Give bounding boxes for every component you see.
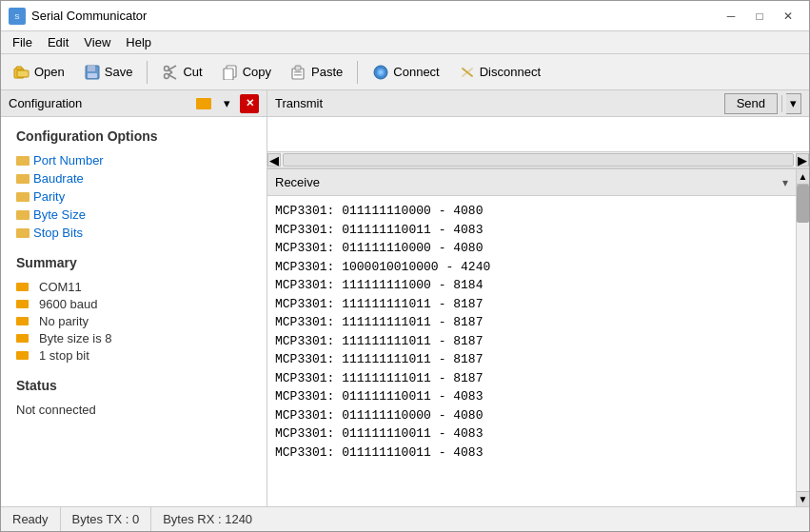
paste-button[interactable]: Paste [282,59,351,86]
svg-rect-7 [88,73,97,78]
right-panel-inner: Receive ▾ MCP3301: 011111110000 - 4080MC… [267,169,809,506]
svg-rect-17 [295,66,301,70]
send-button[interactable]: Send [724,93,778,114]
right-panel: Transmit Send ▾ ◀ ▶ Receive ▾ [267,90,809,506]
summary-stopbits: 1 stop bit [16,348,251,363]
transmit-header: Transmit Send ▾ [267,90,809,117]
list-item: MCP3301: 011111110000 - 4080 [275,202,788,221]
summary-parity: No parity [16,314,251,328]
summary-com11: COM11 [16,280,251,294]
config-header-icon [196,98,211,109]
baudrate-icon [16,174,30,184]
config-dropdown-button[interactable]: ▾ [217,94,236,113]
menu-view[interactable]: View [76,31,118,53]
status-bytes-rx: Bytes RX : 1240 [151,507,264,531]
list-item: MCP3301: 011111110000 - 4080 [275,239,788,258]
summary-bytesize: Byte size is 8 [16,331,251,345]
menu-file[interactable]: File [5,31,40,53]
connect-button[interactable]: Connect [364,59,447,86]
list-item: MCP3301: 111111111011 - 8187 [275,332,788,351]
config-close-button[interactable]: ✕ [240,94,259,113]
separator-2 [357,61,358,84]
config-options-title: Configuration Options [16,128,251,144]
svg-line-10 [168,66,176,70]
vscroll-thumb[interactable] [797,185,809,223]
summary-bytesize-icon [16,334,29,343]
svg-rect-19 [294,74,302,76]
window-title: Serial Communicator [31,9,718,23]
vscroll-down-button[interactable]: ▼ [797,491,809,506]
list-item: MCP3301: 111111111011 - 8187 [275,350,788,369]
summary-baud: 9600 baud [16,297,251,311]
cut-button[interactable]: Cut [153,59,210,86]
summary-baud-icon [16,300,29,308]
parity-icon [16,192,30,202]
list-item: MCP3301: 011111110011 - 4083 [275,221,788,240]
title-bar: S Serial Communicator ─ □ ✕ [1,1,809,31]
transmit-input[interactable] [267,117,809,151]
summary-section: Summary COM11 9600 baud No parity [16,255,251,363]
svg-rect-15 [224,69,233,80]
summary-com11-icon [16,283,29,291]
main-window: S Serial Communicator ─ □ ✕ File Edit Vi… [0,0,810,532]
transmit-title: Transmit [275,96,724,110]
disconnect-icon [459,64,476,81]
config-panel-title: Configuration [9,96,192,110]
separator-1 [147,61,148,84]
close-button[interactable]: ✕ [775,7,801,26]
byte-size-link[interactable]: Byte Size [16,207,251,222]
summary-parity-icon [16,317,29,325]
config-panel-header: Configuration ▾ ✕ [1,90,267,117]
byte-size-icon [16,210,30,220]
baudrate-link[interactable]: Baudrate [16,171,251,186]
disconnect-button[interactable]: Disconnect [450,59,549,86]
send-separator [781,95,782,112]
parity-link[interactable]: Parity [16,189,251,204]
list-item: MCP3301: 111111111011 - 8187 [275,295,788,314]
receive-dropdown-button[interactable]: ▾ [782,176,788,189]
save-button[interactable]: Save [75,59,142,86]
svg-rect-3 [16,67,22,69]
connect-icon [372,64,389,81]
status-section: Status Not connected [16,378,251,417]
receive-content: MCP3301: 011111110000 - 4080MCP3301: 011… [267,196,796,506]
stop-bits-link[interactable]: Stop Bits [16,226,251,240]
open-button[interactable]: Open [5,59,73,86]
summary-stopbits-icon [16,351,29,360]
hscroll-left-button[interactable]: ◀ [267,153,281,167]
hscroll-right-button[interactable]: ▶ [796,153,809,167]
menu-edit[interactable]: Edit [40,31,76,53]
svg-line-11 [168,74,176,79]
port-number-icon [16,156,30,166]
list-item: MCP3301: 111111111011 - 8187 [275,313,788,332]
status-ready: Ready [1,507,61,531]
list-item: MCP3301: 111111111000 - 8184 [275,276,788,295]
transmit-hscrollbar[interactable] [283,153,794,167]
minimize-button[interactable]: ─ [718,7,744,26]
main-content: Configuration ▾ ✕ Configuration Options … [1,90,809,506]
copy-icon [222,64,239,81]
list-item: MCP3301: 011111110011 - 4083 [275,387,788,406]
receive-main: Receive ▾ MCP3301: 011111110000 - 4080MC… [267,169,796,506]
receive-title: Receive [275,175,782,189]
summary-title: Summary [16,255,251,270]
open-icon [13,64,30,81]
svg-line-13 [168,72,172,75]
send-dropdown-button[interactable]: ▾ [786,93,801,114]
menu-help[interactable]: Help [118,31,159,53]
app-icon: S [9,8,26,25]
port-number-link[interactable]: Port Number [16,153,251,167]
receive-header: Receive ▾ [267,169,796,196]
list-item: MCP3301: 011111110011 - 4083 [275,443,788,463]
status-value: Not connected [16,403,251,417]
menu-bar: File Edit View Help [1,31,809,54]
vscroll-up-button[interactable]: ▲ [797,169,809,185]
maximize-button[interactable]: □ [746,7,773,26]
copy-button[interactable]: Copy [213,59,280,86]
save-icon [84,64,101,81]
svg-text:S: S [14,12,19,21]
svg-point-9 [165,73,169,78]
list-item: MCP3301: 111111111011 - 8187 [275,369,788,388]
svg-point-8 [165,66,169,70]
svg-rect-18 [294,71,302,73]
